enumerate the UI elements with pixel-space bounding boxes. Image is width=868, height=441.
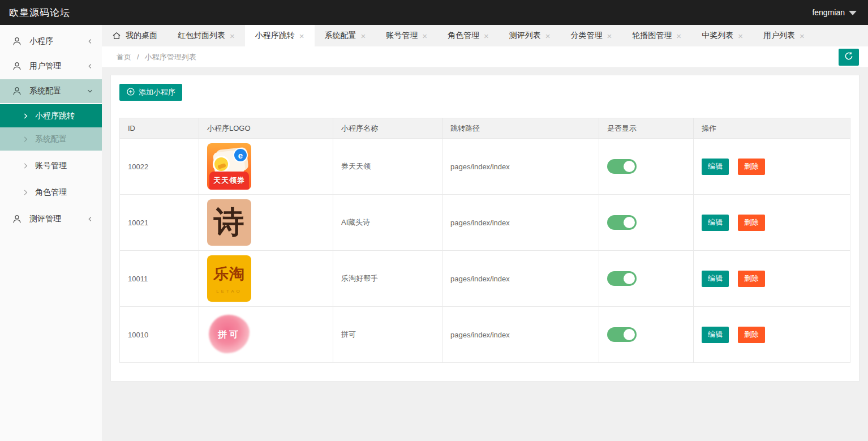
col-header-path: 跳转路径 bbox=[442, 118, 599, 139]
app-title: 欧皇源码论坛 bbox=[9, 6, 70, 19]
edit-button[interactable]: 编辑 bbox=[702, 215, 729, 231]
miniprogram-logo-image: 乐淘 LETAO bbox=[207, 255, 251, 302]
sidebar-item-users[interactable]: 用户管理 bbox=[0, 54, 102, 78]
visibility-toggle[interactable] bbox=[607, 215, 637, 230]
table-row: 10011 乐淘 LETAO 乐淘好帮手 pages/index/index bbox=[120, 251, 850, 307]
sidebar-subitem-system-config[interactable]: 系统配置 bbox=[0, 127, 102, 151]
tab-desktop[interactable]: 我的桌面 bbox=[102, 25, 167, 46]
tab-label: 角色管理 bbox=[448, 31, 479, 41]
tab-carousel-management[interactable]: 轮播图管理 × bbox=[622, 25, 691, 46]
tab-close-icon[interactable]: × bbox=[607, 32, 612, 40]
col-header-name: 小程序名称 bbox=[333, 118, 442, 139]
tab-miniprogram-jump[interactable]: 小程序跳转 × bbox=[245, 25, 315, 46]
tab-label: 用户列表 bbox=[763, 31, 795, 41]
tab-label: 我的桌面 bbox=[126, 31, 157, 41]
logo-caption: 诗 bbox=[214, 202, 244, 243]
sidebar-subitem-label: 系统配置 bbox=[35, 134, 67, 144]
tab-label: 中奖列表 bbox=[702, 31, 733, 41]
main-area: 我的桌面 红包封面列表 × 小程序跳转 × 系统配置 × 账号管理 × 角色管理… bbox=[102, 25, 868, 441]
dropdown-caret-icon bbox=[849, 11, 857, 15]
user-menu[interactable]: fengmian bbox=[812, 8, 857, 17]
tab-close-icon[interactable]: × bbox=[422, 32, 427, 40]
tab-evaluation-list[interactable]: 测评列表 × bbox=[499, 25, 561, 46]
top-header: 欧皇源码论坛 fengmian bbox=[0, 0, 868, 25]
add-miniprogram-button[interactable]: 添加小程序 bbox=[119, 84, 182, 101]
tab-close-icon[interactable]: × bbox=[361, 32, 366, 40]
col-header-visible: 是否显示 bbox=[599, 118, 694, 139]
tab-bar: 我的桌面 红包封面列表 × 小程序跳转 × 系统配置 × 账号管理 × 角色管理… bbox=[102, 25, 868, 46]
tab-close-icon[interactable]: × bbox=[676, 32, 681, 40]
sidebar-subitem-label: 角色管理 bbox=[35, 187, 67, 198]
sidebar-item-miniprogram[interactable]: 小程序 bbox=[0, 29, 102, 53]
tab-system-config[interactable]: 系统配置 × bbox=[315, 25, 376, 46]
tab-close-icon[interactable]: × bbox=[738, 32, 743, 40]
visibility-toggle[interactable] bbox=[607, 159, 637, 174]
breadcrumb-home[interactable]: 首页 bbox=[117, 52, 131, 62]
refresh-button[interactable] bbox=[839, 49, 859, 66]
home-icon bbox=[112, 31, 121, 40]
add-button-label: 添加小程序 bbox=[139, 87, 175, 97]
delete-button[interactable]: 删除 bbox=[738, 215, 765, 231]
sidebar-subitem-miniprogram-jump[interactable]: 小程序跳转 bbox=[0, 104, 102, 127]
tab-close-icon[interactable]: × bbox=[230, 32, 235, 40]
sidebar-subitem-account-management[interactable]: 账号管理 bbox=[0, 154, 102, 177]
tab-close-icon[interactable]: × bbox=[484, 32, 489, 40]
visibility-toggle[interactable] bbox=[607, 271, 637, 286]
sidebar-subitem-label: 账号管理 bbox=[35, 161, 67, 171]
sidebar-subitem-label: 小程序跳转 bbox=[35, 111, 75, 121]
cell-name: 乐淘好帮手 bbox=[333, 251, 442, 307]
tab-label: 系统配置 bbox=[325, 31, 356, 41]
cell-path: pages/index/index bbox=[442, 139, 599, 195]
tab-close-icon[interactable]: × bbox=[545, 32, 551, 40]
cell-path: pages/index/index bbox=[442, 307, 599, 363]
sidebar-item-label: 测评管理 bbox=[29, 214, 86, 224]
edit-button[interactable]: 编辑 bbox=[702, 271, 729, 287]
sidebar-item-label: 系统配置 bbox=[29, 86, 86, 96]
tab-close-icon[interactable]: × bbox=[800, 32, 805, 40]
sidebar: 小程序 用户管理 系统配置 小程序跳转 系统配 bbox=[0, 25, 102, 441]
col-header-id: ID bbox=[120, 118, 199, 139]
plus-circle-icon bbox=[126, 87, 135, 98]
chevron-left-icon bbox=[86, 215, 94, 223]
cell-id: 10011 bbox=[120, 251, 199, 307]
breadcrumb: 首页 / 小程序管理列表 bbox=[117, 52, 196, 62]
visibility-toggle[interactable] bbox=[607, 327, 637, 342]
chevron-right-icon bbox=[22, 112, 29, 120]
cell-id: 10010 bbox=[120, 307, 199, 363]
toggle-knob bbox=[624, 273, 635, 284]
cell-path: pages/index/index bbox=[442, 195, 599, 251]
delete-button[interactable]: 删除 bbox=[738, 327, 765, 343]
user-icon bbox=[11, 213, 23, 225]
delete-button[interactable]: 删除 bbox=[738, 271, 765, 287]
table-row: 10022 e 天天领券 券天天领 pages/index/inde bbox=[120, 139, 850, 195]
cell-id: 10022 bbox=[120, 139, 199, 195]
logo-caption: 天天领券 bbox=[209, 172, 249, 190]
tab-label: 账号管理 bbox=[386, 31, 418, 41]
tab-category-management[interactable]: 分类管理 × bbox=[561, 25, 622, 46]
tab-redpacket-list[interactable]: 红包封面列表 × bbox=[167, 25, 245, 46]
tab-account-management[interactable]: 账号管理 × bbox=[376, 25, 437, 46]
tab-role-management[interactable]: 角色管理 × bbox=[437, 25, 499, 46]
tab-winner-list[interactable]: 中奖列表 × bbox=[691, 25, 753, 46]
sidebar-item-evaluation[interactable]: 测评管理 bbox=[0, 207, 102, 231]
tab-label: 测评列表 bbox=[509, 31, 541, 41]
table-row: 10010 拼可 拼可 pages/index/index bbox=[120, 307, 850, 363]
edit-button[interactable]: 编辑 bbox=[702, 159, 729, 175]
edit-button[interactable]: 编辑 bbox=[702, 327, 729, 343]
tab-close-icon[interactable]: × bbox=[299, 32, 304, 40]
breadcrumb-bar: 首页 / 小程序管理列表 bbox=[102, 46, 868, 68]
toggle-knob bbox=[624, 161, 635, 172]
breadcrumb-current: 小程序管理列表 bbox=[145, 52, 196, 62]
breadcrumb-separator: / bbox=[137, 53, 139, 61]
username: fengmian bbox=[812, 8, 845, 17]
sidebar-item-label: 小程序 bbox=[29, 36, 86, 46]
tab-user-list[interactable]: 用户列表 × bbox=[753, 25, 815, 46]
sidebar-item-label: 用户管理 bbox=[29, 61, 86, 71]
sidebar-item-system-config[interactable]: 系统配置 bbox=[0, 79, 102, 103]
toggle-knob bbox=[624, 329, 635, 340]
chevron-right-icon bbox=[22, 135, 29, 143]
delete-button[interactable]: 删除 bbox=[738, 159, 765, 175]
sidebar-subitem-role-management[interactable]: 角色管理 bbox=[0, 181, 102, 204]
col-header-actions: 操作 bbox=[694, 118, 850, 139]
miniprogram-logo-image: e 天天领券 bbox=[207, 143, 251, 190]
